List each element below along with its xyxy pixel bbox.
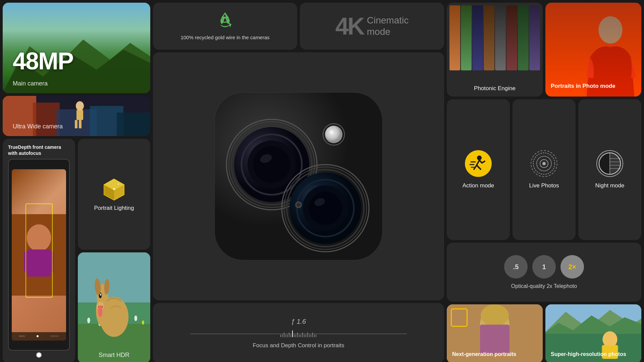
next-gen-label: Next-generation portraits	[452, 351, 516, 358]
right-bottom-section: .5 1 2× Optical-quality 2x Telephoto	[447, 243, 641, 362]
zoom-05-button[interactable]: .5	[504, 255, 528, 279]
tick	[287, 335, 288, 337]
camera-center-card	[153, 52, 444, 300]
tick	[285, 335, 286, 337]
ultra-wide-card: Ultra Wide camera	[3, 96, 150, 136]
dog-scene-svg	[78, 252, 150, 362]
svg-rect-3	[3, 96, 36, 136]
main-camera-card: 48MP Main camera	[3, 3, 150, 93]
zoom-1-button[interactable]: 1	[532, 255, 556, 279]
mp-label: 48MP	[13, 47, 73, 75]
svg-point-8	[76, 101, 84, 111]
live-photos-icon	[531, 150, 557, 177]
tick	[316, 335, 316, 337]
svg-point-37	[98, 305, 102, 317]
svg-point-31	[134, 315, 137, 321]
tick	[314, 335, 315, 337]
truedepth-title: TrueDepth front camera with autofocus	[8, 144, 70, 156]
tick	[280, 335, 281, 337]
camera-body-svg	[210, 87, 387, 265]
svg-point-63	[297, 203, 300, 206]
svg-point-49	[253, 146, 290, 183]
svg-point-61	[330, 130, 333, 134]
recycle-svg	[217, 11, 233, 28]
telephoto-label: Optical-quality 2x Telephoto	[511, 283, 577, 289]
photonic-label: Photonic Engine	[447, 85, 543, 92]
portrait-lighting-card: Portrait Lighting	[78, 139, 150, 250]
portrait-lighting-label: Portrait Lighting	[94, 205, 134, 212]
svg-point-67	[477, 156, 482, 160]
zoom-button-group: .5 1 2×	[504, 255, 584, 279]
tick	[296, 335, 296, 337]
tick	[304, 335, 305, 337]
action-icon	[465, 150, 492, 177]
zoom-2x-button[interactable]: 2×	[560, 255, 584, 279]
portraits-label: Portraits in Photo mode	[551, 82, 615, 90]
shutter-button[interactable]	[36, 352, 42, 358]
super-hq-card: Super-high-resolution photos	[545, 304, 641, 362]
main-camera-label: Main camera	[13, 80, 48, 87]
tick	[301, 335, 301, 337]
left-triple: TrueDepth front camera with autofocus PH…	[3, 139, 150, 362]
svg-rect-4	[33, 103, 60, 136]
cinematic-card: 4K Cinematic mode	[300, 3, 444, 50]
svg-rect-7	[117, 113, 150, 136]
strip-8	[529, 5, 540, 70]
tick	[306, 335, 306, 337]
night-mode-label: Night mode	[595, 182, 625, 189]
phone-ui-bar: PHOTO PORTRAIT	[12, 332, 66, 341]
aperture-display: ƒ 1.6	[291, 318, 306, 325]
portrait-mode-label: PORTRAIT	[50, 335, 59, 337]
svg-rect-27	[78, 252, 150, 302]
right-middle-row: Action mode Live Photos	[447, 99, 641, 240]
super-hq-label: Super-high-resolution photos	[551, 351, 626, 358]
focus-depth-card: ƒ 1.6	[153, 303, 444, 362]
night-mode-icon	[596, 150, 623, 177]
live-photos-card: Live Photos	[513, 99, 576, 240]
portrait-frame	[451, 308, 468, 327]
svg-line-70	[477, 165, 481, 169]
strip-2	[461, 5, 472, 70]
svg-point-24	[113, 188, 115, 190]
live-photos-label: Live Photos	[529, 182, 559, 189]
phone-mockup: PHOTO PORTRAIT	[8, 159, 70, 351]
active-mode-dot	[37, 335, 39, 337]
4k-text: 4K	[335, 14, 364, 38]
smart-hdr-bg	[78, 252, 150, 362]
live-svg	[532, 152, 556, 175]
svg-point-57	[309, 191, 342, 225]
smart-hdr-label: Smart HDR	[78, 352, 150, 359]
mode-stack: Cinematic mode	[367, 15, 409, 37]
strip-4	[484, 5, 494, 70]
svg-rect-10	[75, 120, 77, 128]
svg-point-25	[118, 183, 119, 185]
tick	[282, 335, 283, 337]
strip-6	[506, 5, 517, 70]
tick	[290, 335, 291, 337]
left-column: 48MP Main camera Ultra Wide camera TrueD…	[3, 3, 150, 362]
portraits-photo-card: Portraits in Photo mode	[545, 3, 641, 97]
photo-mode-label: PHOTO	[19, 335, 25, 337]
svg-rect-11	[79, 120, 82, 128]
cube-icon	[102, 177, 126, 201]
svg-point-29	[87, 317, 90, 323]
focus-box	[25, 203, 53, 298]
right-column: Photonic Engine	[447, 3, 641, 362]
action-mode-card: Action mode	[447, 99, 510, 240]
next-gen-portraits-card: Next-generation portraits	[447, 304, 543, 362]
center-top-row: 100% recycled gold wire in the cameras 4…	[153, 3, 444, 50]
ultra-wide-svg	[3, 96, 150, 136]
tick	[309, 335, 310, 337]
cinematic-content: 4K Cinematic mode	[335, 14, 409, 38]
recycled-card: 100% recycled gold wire in the cameras	[153, 3, 297, 50]
svg-point-32	[142, 320, 144, 325]
runner-svg	[469, 155, 488, 173]
svg-rect-9	[76, 110, 83, 120]
strip-5	[495, 5, 506, 70]
svg-line-72	[482, 161, 485, 163]
strip-7	[518, 5, 529, 70]
strip-3	[472, 5, 483, 70]
recycle-icon	[217, 11, 233, 31]
photonic-strips	[447, 3, 543, 73]
tick	[311, 335, 311, 337]
